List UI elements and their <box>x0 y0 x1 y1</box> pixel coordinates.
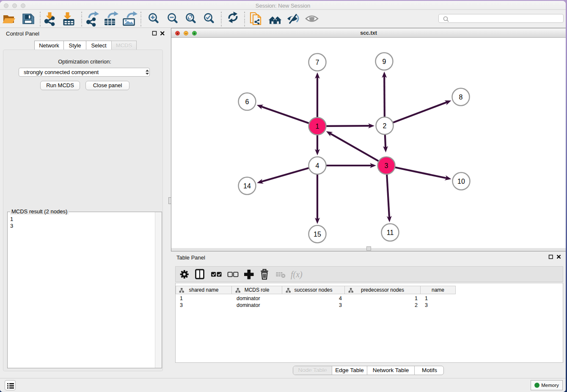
svg-text:3: 3 <box>385 162 388 169</box>
svg-text:9: 9 <box>383 58 386 65</box>
svg-text:8: 8 <box>459 93 463 100</box>
svg-text:1: 1 <box>316 122 319 130</box>
svg-text:10: 10 <box>457 177 465 185</box>
svg-text:2: 2 <box>383 122 387 129</box>
svg-text:14: 14 <box>243 182 251 189</box>
svg-text:15: 15 <box>314 230 321 237</box>
svg-text:7: 7 <box>316 58 319 66</box>
svg-text:11: 11 <box>387 229 394 236</box>
svg-text:4: 4 <box>316 162 319 169</box>
svg-text:6: 6 <box>245 98 249 105</box>
svg-text:f(x): f(x) <box>291 270 303 279</box>
